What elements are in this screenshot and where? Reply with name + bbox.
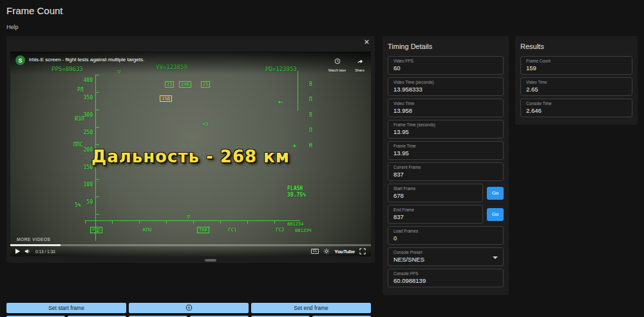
share-label: Share [355,68,365,72]
hud-top-box: 25 [201,81,210,88]
result-video-time-field: Video Time 2.65 [520,77,632,96]
hud-top-box: 23 [165,81,174,88]
hud-bottom-label: ТКИ [197,227,209,233]
video-panel: ✕ PPS=89633 VV=123859 PD=123953 ▽ 400 35… [6,36,375,263]
start-frame-go-button[interactable]: Go [487,187,504,200]
end-frame-field[interactable]: End Frame 837 [388,205,483,224]
settings-gear-icon[interactable] [323,248,330,255]
current-frame-button[interactable] [129,303,249,313]
hud-top-box: 240 [179,81,191,88]
timing-details-title: Timing Details [388,43,504,50]
share-button[interactable]: Share [355,55,365,72]
hud-bottom-label: ГС1 [228,227,237,233]
hud-bottom-label: РЛП [90,227,102,233]
results-title: Results [520,43,632,50]
share-icon [357,55,363,67]
hud-right-line [298,71,298,111]
video-player[interactable]: PPS=89633 VV=123859 PD=123953 ▽ 400 350 … [10,52,371,256]
hud-code: 081234 [287,222,303,227]
watch-later-label: Watch later [328,68,346,72]
frame-count-field: Frame Count 159 [520,56,632,75]
hud-scale-value: 250 [84,130,93,135]
hud-scale-value: 100 [84,182,93,187]
video-actions: Watch later Share [328,55,366,72]
current-frame-field[interactable]: Current Frame 837 [388,162,504,181]
time-display: 0:13 / 1:33 [35,249,55,254]
hud-range-text: Дальность - 268 км [10,147,371,166]
hud-flash-label: FLASH [287,186,303,191]
end-frame-row: End Frame 837 Go [388,205,504,224]
hud-triangle-bottom-icon: ▽ [187,213,190,220]
hud-target-box: 15Д [160,95,172,102]
hud-bottom-ticks [85,221,300,224]
volume-icon[interactable] [24,248,31,255]
hud-flash-value: 39.75% [287,192,306,198]
hud-scale-value: 50 [86,199,93,205]
video-time-seconds-field[interactable]: Video Time (seconds) 13.958333 [388,77,504,96]
video-fps-field[interactable]: Video FPS 60 [388,56,504,75]
hud-right-letter: В [309,81,312,87]
channel-avatar[interactable]: S [15,55,25,65]
set-end-frame-button[interactable]: Set end frame [251,303,371,313]
timing-details-panel: Timing Details Video FPS 60 Video Time (… [383,36,509,295]
watch-later-button[interactable]: Watch later [328,55,346,72]
hud-bottom-label: КПО [143,227,152,233]
play-icon[interactable] [15,249,20,254]
hud-right-letter: П [309,128,312,133]
load-frames-field[interactable]: Load Frames 0 [388,226,504,245]
frame-controls: Set start frame Set end frame -10f -5f -… [6,303,371,317]
page-title: Frame Count [6,5,638,16]
fullscreen-icon[interactable] [359,248,366,255]
play-circle-icon [185,304,193,312]
video-title[interactable]: Irbis-E screen - flight tests against mu… [29,55,325,62]
hud-mode-label: ИЗЛ [75,116,84,122]
hud-left-arrow-icon: ← [278,97,283,106]
hud-percent: 5% [75,202,81,208]
console-preset-select[interactable]: Console Preset NES/SNES [388,247,504,266]
hud-scale-value: 350 [84,95,93,101]
youtube-logo[interactable]: YouTube [334,249,355,255]
frame-time-seconds-field[interactable]: Frame Time (seconds) 13.95 [388,120,504,139]
console-time-field: Console Time 2.646 [520,99,632,117]
hud-right-letter: П [309,97,312,102]
hud-code: 08123Ч [295,228,311,233]
help-menu[interactable]: Help [6,24,19,30]
horizontal-scrollbar[interactable] [10,259,371,262]
frame-time-field[interactable]: Frame Time 13.95 [388,141,504,160]
start-frame-row: Start Frame 678 Go [388,184,504,202]
hud-mode-label: РЛ [77,87,84,93]
console-fps-field[interactable]: Console FPS 60.0988139 [388,269,504,287]
results-panel: Results Frame Count 159 Video Time 2.65 … [515,36,638,125]
set-start-frame-button[interactable]: Set start frame [6,303,126,313]
video-title-bar: S Irbis-E screen - flight tests against … [10,52,371,75]
watch-later-icon [334,55,341,67]
hud-center-mark-icon: ×з [202,121,209,127]
frame-count-app: Frame Count Help ✕ PPS=89633 VV=123859 P… [0,0,644,317]
end-frame-go-button[interactable]: Go [487,208,504,221]
captions-icon[interactable]: CC [311,249,319,255]
hud-scale-value: 400 [84,77,93,83]
video-frame: PPS=89633 VV=123859 PD=123953 ▽ 400 350 … [10,52,371,256]
hud-right-letter: В [309,112,312,118]
video-controls-bar: 0:13 / 1:33 CC YouTube [10,246,371,256]
scrollbar-thumb[interactable] [205,259,216,262]
video-time-field[interactable]: Video Time 13.958 [388,99,504,117]
hud-scale-value: 300 [84,112,93,118]
main-row: ✕ PPS=89633 VV=123859 PD=123953 ▽ 400 35… [6,36,638,295]
more-videos-label[interactable]: MORE VIDEOS [17,237,50,242]
hud-bottom-label: ГС2 [276,227,285,233]
start-frame-field[interactable]: Start Frame 678 [388,184,483,202]
chevron-down-icon [493,256,498,259]
close-icon[interactable]: ✕ [364,39,370,46]
